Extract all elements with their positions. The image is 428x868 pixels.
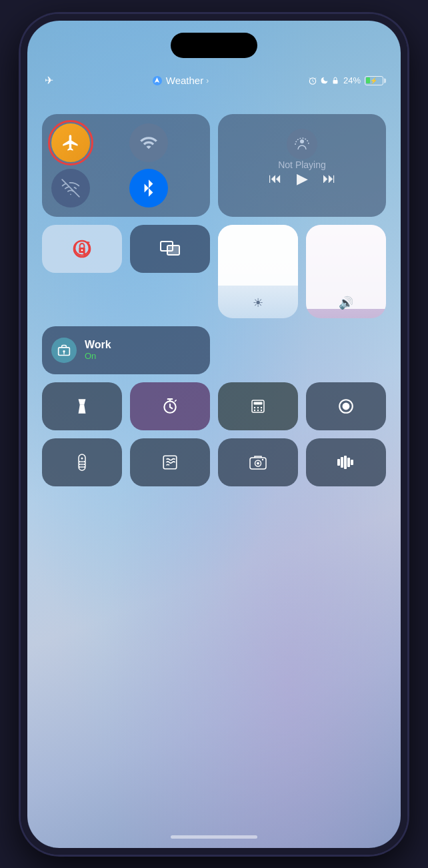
location-dot	[153, 76, 162, 85]
svg-point-29	[83, 460, 85, 462]
svg-rect-8	[168, 246, 179, 254]
flashlight-button[interactable]	[42, 382, 122, 430]
svg-point-18	[254, 409, 255, 410]
svg-point-31	[83, 463, 85, 464]
volume-track: 🔊	[306, 225, 386, 318]
status-bar: ✈ Weather ›	[27, 69, 401, 93]
svg-rect-39	[337, 459, 340, 466]
wifi-off-icon	[61, 179, 80, 197]
media-player: Not Playing ⏮ ▶ ⏭	[227, 123, 377, 193]
brightness-track: ☀	[218, 225, 298, 318]
calculator-button[interactable]	[218, 382, 298, 430]
screen-mirror-button[interactable]	[130, 225, 210, 273]
airplane-icon	[61, 133, 80, 152]
sound-recognition-button[interactable]	[306, 438, 386, 486]
fast-forward-button[interactable]: ⏭	[323, 171, 336, 186]
svg-rect-42	[347, 458, 350, 467]
home-indicator[interactable]	[171, 835, 257, 839]
volume-up-button[interactable]	[21, 194, 22, 241]
screen-record-button[interactable]	[306, 382, 386, 430]
svg-point-2	[300, 139, 304, 143]
bluetooth-button[interactable]	[129, 169, 168, 207]
svg-point-28	[79, 460, 81, 462]
svg-point-20	[261, 409, 262, 410]
airdrop-icon	[294, 136, 310, 152]
airplane-mode-button[interactable]	[51, 123, 90, 162]
wifi-button[interactable]	[51, 169, 90, 207]
svg-point-38	[262, 458, 263, 460]
focus-title: Work	[85, 339, 111, 351]
svg-point-22	[343, 402, 350, 410]
dynamic-island	[171, 33, 257, 58]
connectivity-grid: Not Playing ⏮ ▶ ⏭	[42, 114, 386, 217]
lock-icon	[331, 76, 339, 85]
bottom-row	[42, 438, 386, 486]
battery-fill	[366, 77, 370, 83]
status-right: 24% ⚡	[308, 75, 383, 85]
work-focus-icon	[57, 344, 71, 357]
brightness-icon: ☀	[253, 296, 263, 310]
memos-button[interactable]	[130, 438, 210, 486]
svg-point-37	[257, 462, 259, 464]
volume-icon: 🔊	[339, 296, 353, 310]
focus-mode-button[interactable]: Work On	[42, 326, 210, 374]
focus-row: Work On	[42, 326, 386, 374]
svg-point-17	[261, 406, 262, 408]
battery-icon: ⚡	[365, 76, 383, 85]
screen-record-icon	[337, 398, 355, 415]
svg-point-24	[81, 457, 83, 459]
timer-button[interactable]	[130, 382, 210, 430]
weather-link[interactable]: Weather ›	[166, 75, 209, 86]
screen-lock-icon	[71, 238, 93, 260]
second-row: ☀ 🔊	[42, 225, 386, 318]
status-icons	[308, 76, 339, 85]
volume-slider[interactable]: 🔊	[306, 225, 386, 318]
status-center: Weather ›	[153, 75, 209, 86]
weather-label: Weather	[166, 75, 203, 86]
focus-row-filler	[218, 326, 386, 374]
camera-button[interactable]	[218, 438, 298, 486]
utility-row	[42, 382, 386, 430]
airdrop-button[interactable]	[287, 129, 317, 159]
svg-point-30	[79, 463, 81, 464]
svg-point-26	[81, 463, 83, 464]
control-center-content: Not Playing ⏮ ▶ ⏭	[27, 101, 401, 848]
focus-text: Work On	[85, 339, 111, 361]
flashlight-icon	[73, 398, 91, 415]
battery-percent: 24%	[343, 75, 361, 85]
connectivity-panel	[42, 114, 210, 217]
focus-mode-icon	[320, 76, 329, 85]
svg-point-19	[257, 409, 259, 410]
focus-subtitle: On	[85, 351, 111, 361]
airplane-mode-status-icon: ✈	[45, 74, 53, 87]
svg-point-32	[79, 466, 81, 467]
power-button[interactable]	[406, 207, 407, 274]
timer-icon	[161, 398, 179, 415]
screen-lock-button[interactable]	[42, 225, 122, 273]
svg-point-25	[81, 460, 83, 462]
rewind-button[interactable]: ⏮	[269, 171, 282, 186]
svg-point-15	[254, 406, 255, 408]
play-button[interactable]: ▶	[297, 170, 308, 187]
svg-point-27	[81, 466, 83, 467]
svg-point-16	[257, 406, 259, 408]
screen-mirror-icon	[160, 240, 180, 258]
remote-button[interactable]	[42, 438, 122, 486]
svg-point-5	[81, 249, 83, 251]
sound-recognition-icon	[337, 454, 355, 470]
calculator-icon	[250, 398, 266, 414]
svg-point-11	[81, 407, 83, 410]
weather-chevron: ›	[206, 76, 209, 85]
bluetooth-icon	[139, 179, 158, 197]
brightness-slider[interactable]: ☀	[218, 225, 298, 318]
remote-icon	[74, 454, 90, 471]
cellular-button[interactable]	[129, 123, 168, 162]
svg-rect-1	[333, 80, 337, 84]
svg-rect-40	[341, 457, 343, 468]
media-player-panel: Not Playing ⏮ ▶ ⏭	[218, 114, 386, 217]
status-left: ✈	[45, 74, 53, 87]
battery-bolt: ⚡	[370, 77, 377, 84]
volume-down-button[interactable]	[21, 254, 22, 301]
memos-icon	[161, 454, 179, 471]
focus-icon	[51, 338, 77, 363]
